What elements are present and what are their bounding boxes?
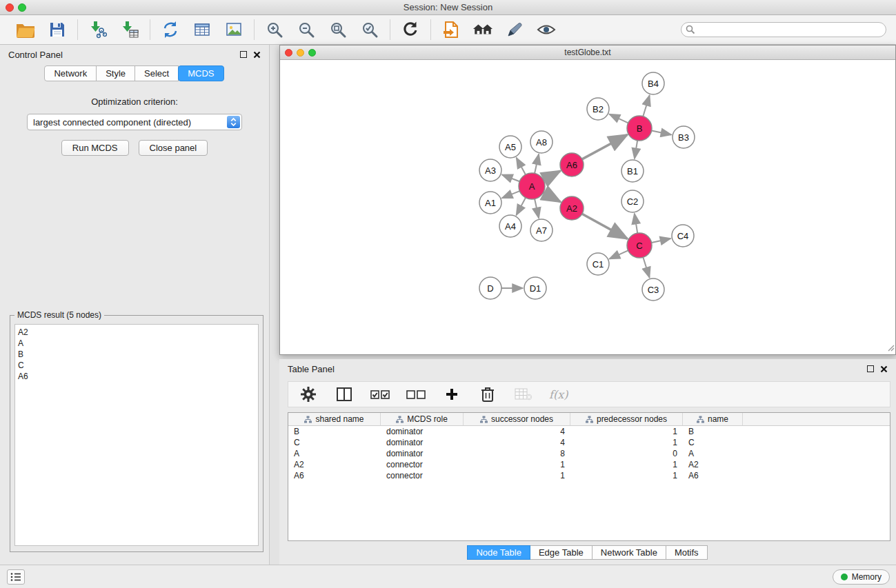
- edge-B-B1[interactable]: [635, 141, 637, 159]
- network-canvas[interactable]: ABCA6A2A1A3A4A5A7A8B1B2B3B4C1C2C3C4DD1: [280, 60, 895, 354]
- edge-A-A4[interactable]: [516, 198, 526, 215]
- edge-A6-B[interactable]: [582, 135, 627, 159]
- table-cell[interactable]: A2: [288, 460, 381, 469]
- node-B1[interactable]: B1: [621, 160, 644, 182]
- table-cell[interactable]: dominator: [381, 438, 464, 447]
- close-panel-button[interactable]: Close panel: [139, 140, 208, 156]
- node-B3[interactable]: B3: [673, 126, 695, 148]
- columns-icon[interactable]: [334, 384, 355, 405]
- node-A7[interactable]: A7: [530, 219, 552, 241]
- edge-A-A6[interactable]: [544, 171, 560, 180]
- gear-icon[interactable]: [298, 384, 319, 405]
- tab-motifs[interactable]: Motifs: [666, 545, 708, 560]
- table-row-B[interactable]: Bdominator41B: [288, 426, 890, 437]
- homes-icon[interactable]: [472, 19, 493, 40]
- table-cell[interactable]: 1: [570, 427, 683, 436]
- table-row-A2[interactable]: A2connector11A2: [288, 459, 890, 470]
- node-A2[interactable]: A2: [560, 196, 584, 220]
- tab-style[interactable]: Style: [96, 65, 135, 81]
- edge-A-A1[interactable]: [502, 191, 520, 198]
- network-window-titlebar[interactable]: testGlobe.txt: [280, 45, 895, 60]
- column-header-name[interactable]: name: [683, 413, 743, 425]
- float-table-panel-icon[interactable]: [867, 365, 874, 372]
- node-C3[interactable]: C3: [642, 278, 664, 301]
- refresh-icon[interactable]: [400, 19, 421, 40]
- table-cell[interactable]: B: [683, 427, 743, 436]
- table-row-A[interactable]: Adominator80A: [288, 448, 890, 459]
- table-cell[interactable]: 8: [464, 449, 570, 458]
- mcds-result-item[interactable]: A: [15, 338, 258, 349]
- table-row-C[interactable]: Cdominator41C: [288, 437, 890, 448]
- node-D[interactable]: D: [479, 277, 501, 299]
- node-A8[interactable]: A8: [530, 131, 552, 153]
- edge-A-A7[interactable]: [535, 199, 539, 219]
- table-cell[interactable]: 1: [570, 438, 683, 447]
- minimize-network-window-icon[interactable]: [297, 49, 304, 57]
- node-B4[interactable]: B4: [642, 72, 664, 94]
- save-icon[interactable]: [47, 19, 68, 40]
- select-all-icon[interactable]: [370, 384, 390, 405]
- mcds-result-list[interactable]: A2ABCA6: [14, 324, 259, 546]
- table-cell[interactable]: dominator: [381, 449, 464, 458]
- node-C1[interactable]: C1: [587, 253, 609, 275]
- node-D1[interactable]: D1: [524, 277, 546, 299]
- eye-icon[interactable]: [536, 19, 557, 40]
- search-input[interactable]: [681, 22, 886, 37]
- table-cell[interactable]: connector: [381, 471, 464, 480]
- mcds-result-item[interactable]: A2: [15, 327, 258, 338]
- table-row-A6[interactable]: A6connector11A6: [288, 470, 890, 481]
- tab-edge-table[interactable]: Edge Table: [530, 545, 593, 560]
- network-image-icon[interactable]: [223, 19, 244, 40]
- table-cell[interactable]: 1: [464, 460, 570, 469]
- edge-A-A2[interactable]: [544, 192, 561, 202]
- table-cell[interactable]: C: [683, 438, 743, 447]
- node-B[interactable]: B: [627, 116, 652, 141]
- edge-B-B3[interactable]: [652, 131, 672, 135]
- node-A4[interactable]: A4: [499, 215, 521, 237]
- node-A3[interactable]: A3: [479, 159, 501, 181]
- edge-C-C4[interactable]: [652, 239, 671, 243]
- run-mcds-button[interactable]: Run MCDS: [61, 140, 129, 156]
- task-history-button[interactable]: [7, 569, 25, 585]
- mcds-result-item[interactable]: B: [15, 349, 258, 360]
- deselect-all-icon[interactable]: [406, 384, 426, 405]
- network-arrows-icon[interactable]: [160, 19, 181, 40]
- node-A6[interactable]: A6: [560, 153, 584, 176]
- table-cell[interactable]: 1: [464, 471, 570, 480]
- close-network-window-icon[interactable]: [285, 49, 292, 57]
- table-cell[interactable]: 4: [464, 438, 570, 447]
- edge-A-A8[interactable]: [535, 154, 539, 174]
- node-A[interactable]: A: [519, 173, 545, 199]
- table-cell[interactable]: 4: [464, 427, 570, 436]
- node-C[interactable]: C: [627, 233, 652, 258]
- pen-icon[interactable]: [504, 19, 525, 40]
- table-cell[interactable]: connector: [381, 460, 464, 469]
- trash-icon[interactable]: [477, 384, 498, 405]
- float-panel-icon[interactable]: [240, 51, 247, 58]
- zoom-selected-icon[interactable]: [359, 19, 380, 40]
- column-header-predecessor-nodes[interactable]: predecessor nodes: [570, 413, 683, 425]
- node-C4[interactable]: C4: [672, 225, 694, 247]
- zoom-network-window-icon[interactable]: [308, 49, 316, 57]
- edge-A-A5[interactable]: [517, 158, 526, 174]
- mcds-result-item[interactable]: A6: [15, 371, 258, 382]
- edge-C-C2[interactable]: [635, 214, 637, 233]
- table-cell[interactable]: B: [288, 427, 381, 436]
- edge-A-A3[interactable]: [502, 174, 519, 181]
- node-A5[interactable]: A5: [499, 136, 521, 158]
- table-cell[interactable]: A: [288, 449, 381, 458]
- close-window-icon[interactable]: [6, 3, 14, 12]
- tab-mcds[interactable]: MCDS: [178, 65, 223, 81]
- folder-open-icon[interactable]: [15, 19, 36, 40]
- table-cell[interactable]: A2: [683, 460, 743, 469]
- table-cell[interactable]: 0: [570, 449, 683, 458]
- tab-select[interactable]: Select: [135, 65, 179, 81]
- table-cell[interactable]: dominator: [381, 427, 464, 436]
- document-icon[interactable]: [441, 19, 461, 40]
- edge-C-C1[interactable]: [609, 250, 628, 258]
- edge-C-C3[interactable]: [643, 257, 649, 278]
- zoom-in-icon[interactable]: [264, 19, 285, 40]
- zoom-fit-icon[interactable]: [328, 19, 348, 40]
- node-B2[interactable]: B2: [587, 98, 609, 120]
- node-A1[interactable]: A1: [479, 192, 501, 214]
